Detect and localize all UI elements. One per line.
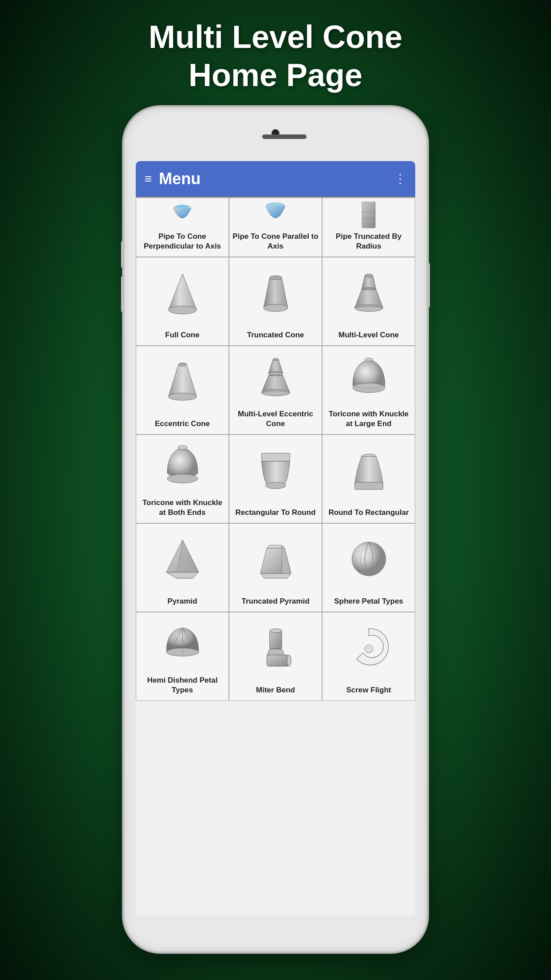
svg-point-42 [287,655,291,666]
item-label-toricone-large: Toricone with Knuckle at Large End [325,409,412,429]
app-header-title: Menu [159,170,201,188]
item-label-pyramid: Pyramid [167,597,197,606]
item-image-pipe-cone-perp [139,202,226,228]
item-image-rect-to-round [232,439,319,504]
item-image-pipe-cone-parallel [232,202,319,228]
page-title: Multi Level Cone Home Page [149,18,402,95]
item-label-multi-level-cone: Multi-Level Cone [338,330,399,340]
grid-item-rect-to-round[interactable]: Rectangular To Round [229,435,322,523]
item-label-round-to-rect: Round To Rectangular [328,508,409,518]
svg-point-5 [168,306,197,314]
item-image-miter-bend [232,616,319,682]
grid-item-miter-bend[interactable]: Miter Bend [229,612,322,701]
svg-marker-4 [168,273,197,310]
item-image-screw-flight [325,616,412,682]
grid-item-pipe-to-cone-parallel[interactable]: Pipe To Cone Parallel to Axis [229,198,322,257]
item-label-toricone-both: Toricone with Knuckle at Both Ends [139,498,226,518]
grid-item-sphere-petal[interactable]: Sphere Petal Types [322,523,415,612]
grid-item-multi-eccentric-cone[interactable]: Multi-Level Eccentric Cone [229,346,322,435]
grid-item-truncated-pyramid[interactable]: Truncated Pyramid [229,523,322,612]
item-label-full-cone: Full Cone [165,330,199,340]
item-image-multi-level-cone [325,261,412,327]
svg-point-25 [167,474,197,483]
svg-marker-14 [168,364,197,397]
item-image-pyramid [139,527,226,593]
item-label-pipe-cone-parallel: Pipe To Cone Parallel to Axis [232,232,319,251]
item-label-multi-eccentric-cone: Multi-Level Eccentric Cone [232,409,319,429]
svg-rect-26 [261,453,290,461]
grid-item-round-to-rect[interactable]: Round To Rectangular [322,435,415,523]
item-image-multi-eccentric-cone [232,350,319,406]
grid-item-toricone-both[interactable]: Toricone with Knuckle at Both Ends [136,435,229,523]
svg-point-18 [273,358,279,360]
item-image-round-to-rect [325,439,412,504]
app-header: ≡ Menu ⋮ [136,161,415,197]
svg-rect-29 [354,482,383,489]
svg-marker-6 [264,278,288,308]
item-label-truncated-cone: Truncated Cone [247,330,304,340]
item-image-truncated-cone [232,261,319,327]
svg-point-10 [365,274,373,277]
svg-marker-32 [166,572,199,578]
grid-item-toricone-large[interactable]: Toricone with Knuckle at Large End [322,346,415,435]
grid-item-pipe-truncated[interactable]: Pipe Truncated By Radius [322,198,415,257]
item-label-eccentric-cone: Eccentric Cone [155,419,210,429]
svg-point-24 [177,446,187,450]
grid-item-full-cone[interactable]: Full Cone [136,257,229,346]
svg-point-16 [168,393,197,400]
svg-point-22 [365,358,373,361]
phone-speaker [262,134,307,139]
svg-point-23 [353,383,385,393]
grid-item-pipe-to-cone-perp[interactable]: Pipe To Cone Perpendicular to Axis [136,198,229,257]
item-label-hemi-dishend: Hemi Dishend Petal Types [139,676,226,695]
item-label-truncated-pyramid: Truncated Pyramid [241,597,309,606]
grid-item-hemi-dishend[interactable]: Hemi Dishend Petal Types [136,612,229,701]
svg-point-8 [264,304,288,312]
item-image-sphere-petal [325,527,412,593]
item-image-full-cone [139,261,226,327]
svg-rect-41 [267,655,289,666]
item-label-screw-flight: Screw Flight [346,685,391,695]
more-options-icon[interactable]: ⋮ [394,171,406,186]
svg-rect-2 [362,202,375,228]
svg-point-7 [269,276,281,280]
items-grid: Pipe To Cone Perpendicular to Axis [136,197,415,701]
item-image-truncated-pyramid [232,527,319,593]
svg-point-21 [261,389,290,396]
item-label-rect-to-round: Rectangular To Round [235,508,315,518]
phone-button-volume-up [121,241,125,268]
item-image-toricone-both [139,439,226,494]
phone-button-power [426,263,430,308]
phone-screen: ≡ Menu ⋮ [136,161,415,916]
item-image-pipe-truncated [325,202,412,228]
item-image-hemi-dishend [139,616,226,672]
grid-item-multi-level-cone[interactable]: Multi-Level Cone [322,257,415,346]
grid-item-pyramid[interactable]: Pyramid [136,523,229,612]
hamburger-menu-icon[interactable]: ≡ [145,173,152,185]
item-label-sphere-petal: Sphere Petal Types [334,597,403,606]
item-label-miter-bend: Miter Bend [256,685,295,695]
item-label-pipe-cone-perp: Pipe To Cone Perpendicular to Axis [139,232,226,251]
svg-point-15 [178,363,186,366]
phone-frame: ≡ Menu ⋮ [125,108,426,951]
svg-point-13 [354,304,383,312]
grid-item-screw-flight[interactable]: Screw Flight [322,612,415,701]
grid-item-truncated-cone[interactable]: Truncated Cone [229,257,322,346]
svg-point-40 [269,628,281,632]
phone-button-volume-down [121,277,125,312]
item-image-toricone-large [325,350,412,406]
svg-rect-39 [269,631,281,649]
svg-point-37 [352,542,386,576]
svg-point-27 [265,482,285,489]
svg-point-43 [365,645,373,653]
grid-item-eccentric-cone[interactable]: Eccentric Cone [136,346,229,435]
svg-marker-36 [260,573,291,578]
item-label-pipe-truncated: Pipe Truncated By Radius [325,232,412,251]
item-image-eccentric-cone [139,350,226,415]
